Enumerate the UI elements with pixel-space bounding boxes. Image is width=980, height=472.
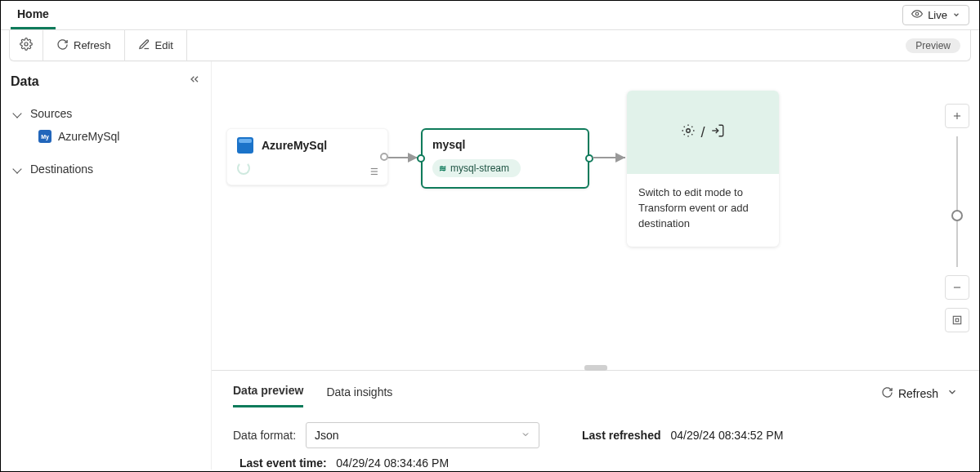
last-event-label: Last event time: [239, 456, 327, 470]
transform-icon [681, 123, 696, 142]
toolbar: Refresh Edit Preview [9, 30, 971, 61]
section-label: Sources [30, 107, 72, 120]
sidebar-section-sources[interactable]: Sources [11, 102, 201, 125]
bottom-panel: Data preview Data insights Refresh Data … [212, 371, 979, 470]
refresh-icon [56, 38, 69, 53]
collapse-sidebar-button[interactable] [188, 73, 201, 88]
azuremysql-icon: My [38, 130, 51, 143]
output-icon [710, 123, 725, 142]
chevron-down-icon [521, 429, 530, 442]
zoom-controls [945, 104, 969, 332]
input-port[interactable] [417, 154, 425, 163]
refresh-preview-button[interactable]: Refresh [881, 386, 938, 401]
output-port[interactable] [585, 154, 593, 163]
stream-icon: ≋ [439, 163, 446, 174]
zoom-slider-handle[interactable] [951, 210, 963, 221]
preview-badge: Preview [906, 38, 960, 53]
data-format-select[interactable]: Json [306, 422, 539, 448]
refresh-button[interactable]: Refresh [53, 35, 114, 56]
last-event-value: 04/29/24 08:34:46 PM [336, 456, 449, 470]
node-title: mysql [432, 138, 578, 151]
node-destination-placeholder[interactable]: / Switch to edit mode to Transform event… [627, 91, 779, 247]
node-source-azuremysql[interactable]: AzureMySql [226, 128, 388, 185]
last-refreshed-value: 04/29/24 08:34:52 PM [671, 429, 784, 442]
loading-spinner-icon [237, 162, 250, 175]
chevron-down-icon [14, 163, 24, 176]
refresh-icon [881, 386, 893, 401]
svg-rect-12 [953, 316, 960, 323]
node-menu-button[interactable] [369, 166, 381, 180]
zoom-in-button[interactable] [945, 104, 969, 128]
edit-button[interactable]: Edit [135, 35, 177, 56]
item-label: AzureMySql [58, 130, 119, 143]
chevron-down-icon [14, 107, 24, 120]
chevron-down-icon [952, 9, 960, 21]
section-label: Destinations [30, 163, 93, 176]
zoom-fit-button[interactable] [945, 308, 969, 332]
slash-separator: / [700, 124, 705, 141]
panel-splitter[interactable] [212, 367, 979, 370]
sidebar-item-azuremysql[interactable]: My AzureMySql [11, 125, 201, 148]
stream-pill[interactable]: ≋ mysql-stream [432, 159, 521, 177]
edit-icon [138, 38, 150, 53]
refresh-label: Refresh [898, 387, 938, 400]
stream-name: mysql-stream [450, 163, 509, 174]
svg-point-7 [687, 128, 691, 132]
destination-helper-text: Switch to edit mode to Transform event o… [627, 174, 779, 247]
live-toggle-button[interactable]: Live [902, 5, 969, 25]
canvas[interactable]: AzureMySql mysql ≋ mysql-stre [212, 61, 979, 367]
svg-point-0 [915, 12, 919, 16]
output-port[interactable] [380, 153, 388, 161]
expand-panel-button[interactable] [946, 386, 958, 400]
data-format-label: Data format: [233, 429, 296, 442]
last-refreshed-label: Last refreshed [582, 429, 660, 442]
live-label: Live [928, 9, 947, 21]
svg-rect-13 [955, 318, 959, 322]
sidebar-section-destinations[interactable]: Destinations [11, 158, 201, 180]
sidebar-title: Data [11, 74, 201, 89]
refresh-label: Refresh [74, 39, 111, 51]
zoom-slider[interactable] [956, 136, 958, 267]
edit-label: Edit [155, 39, 173, 51]
svg-point-1 [25, 42, 28, 46]
gear-icon[interactable] [20, 38, 33, 53]
tab-data-insights[interactable]: Data insights [326, 381, 392, 407]
tab-data-preview[interactable]: Data preview [233, 379, 303, 407]
zoom-out-button[interactable] [945, 275, 969, 300]
database-icon [237, 137, 253, 154]
node-title: AzureMySql [262, 139, 327, 152]
select-value: Json [315, 429, 339, 442]
sidebar: Data Sources My AzureMySql Destinations [1, 61, 212, 470]
eye-icon [911, 8, 923, 22]
node-stream-mysql[interactable]: mysql ≋ mysql-stream [421, 128, 589, 189]
tab-home[interactable]: Home [11, 2, 56, 29]
